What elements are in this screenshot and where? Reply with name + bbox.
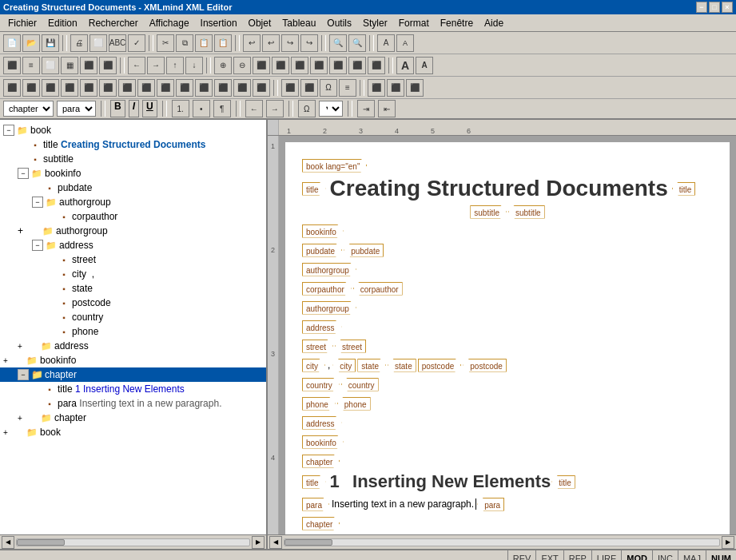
t3-btn6[interactable]: ⬛ — [99, 79, 117, 97]
t3-btn19[interactable]: ⬛ — [368, 79, 385, 97]
minimize-button[interactable]: − — [696, 2, 707, 13]
t2-btn6[interactable]: ⬛ — [99, 57, 117, 74]
t3-btn1[interactable]: ⬛ — [3, 79, 21, 97]
expand-chapter[interactable]: − — [18, 369, 29, 380]
find-btn[interactable]: 🔍 — [329, 34, 347, 52]
t3-btn10[interactable]: ⬛ — [176, 79, 193, 97]
t3-btn11[interactable]: ⬛ — [195, 79, 213, 97]
t2-btn8[interactable]: → — [147, 57, 165, 74]
t2-btn16[interactable]: ⬛ — [310, 57, 328, 74]
close-button[interactable]: × — [722, 2, 733, 13]
tree-node-chapter[interactable]: − 📁 chapter — [0, 367, 266, 382]
paste-btn[interactable]: 📋 — [195, 34, 213, 52]
expand-address1[interactable]: − — [32, 240, 43, 251]
tree-node-para[interactable]: ▪ para Inserting text in a new paragraph… — [0, 396, 266, 411]
tree-node-chapter2[interactable]: + 📁 chapter — [0, 411, 266, 425]
expand-bookinfo[interactable]: − — [18, 168, 29, 179]
tree-node-postcode[interactable]: ▪ postcode — [0, 296, 266, 310]
menu-objet[interactable]: Objet — [244, 16, 276, 30]
t3-btn13[interactable]: ⬛ — [233, 79, 251, 97]
para-btn[interactable]: ¶ — [213, 100, 231, 117]
t2-btn4[interactable]: ▦ — [61, 57, 78, 74]
indent2-btn[interactable]: ⇤ — [378, 100, 396, 117]
fwd-btn[interactable]: → — [266, 100, 284, 117]
scroll-track-right[interactable] — [284, 538, 720, 546]
paste2-btn[interactable]: 📋 — [214, 34, 232, 52]
t3-btn2[interactable]: ⬛ — [22, 79, 40, 97]
t3-btn20[interactable]: ⬛ — [387, 79, 404, 97]
undo-btn[interactable]: ↩ — [243, 34, 261, 52]
t2-btn10[interactable]: ↓ — [185, 57, 203, 74]
menu-aide[interactable]: Aide — [479, 16, 508, 30]
scroll-track-left[interactable] — [16, 538, 250, 546]
scroll-thumb-left[interactable] — [17, 539, 65, 546]
t3-btn21[interactable]: ⬛ — [406, 79, 424, 97]
tree-node-state[interactable]: ▪ state — [0, 281, 266, 296]
t2-btn1[interactable]: ⬛ — [3, 57, 21, 74]
scroll-right2-btn[interactable]: ◀ — [269, 536, 282, 549]
scroll-left-btn[interactable]: ◀ — [2, 536, 14, 549]
expand-book[interactable]: − — [3, 125, 14, 136]
tree-node-address2[interactable]: + 📁 address — [0, 339, 266, 353]
t2-btn17[interactable]: ⬛ — [329, 57, 347, 74]
copy-btn[interactable]: ⧉ — [176, 34, 193, 52]
redo-btn[interactable]: ↪ — [281, 34, 299, 52]
spell-btn[interactable]: ABC — [109, 34, 126, 52]
list-ol-btn[interactable]: 1. — [172, 100, 189, 117]
indent-btn[interactable]: ⇥ — [357, 100, 375, 117]
menu-tableau[interactable]: Tableau — [277, 16, 320, 30]
maximize-button[interactable]: □ — [709, 2, 720, 13]
t2-btn7[interactable]: ← — [128, 57, 145, 74]
menu-styler[interactable]: Styler — [358, 16, 392, 30]
menu-fichier[interactable]: Fichier — [3, 16, 42, 30]
expand-authorgroup1[interactable]: − — [32, 197, 43, 208]
cut-btn[interactable]: ✂ — [157, 34, 174, 52]
t2-btn19[interactable]: ⬛ — [368, 57, 385, 74]
style-combo[interactable]: chapter — [3, 101, 54, 117]
check-btn[interactable]: ✓ — [128, 34, 145, 52]
tree-node-city[interactable]: ▪ city , — [0, 267, 266, 281]
t2-btn12[interactable]: ⊖ — [233, 57, 251, 74]
menu-rechercher[interactable]: Rechercher — [84, 16, 143, 30]
t3-btn5[interactable]: ⬛ — [80, 79, 97, 97]
redo2-btn[interactable]: ↪ — [300, 34, 318, 52]
t2-btn15[interactable]: ⬛ — [291, 57, 308, 74]
tree-node-pubdate[interactable]: ▪ pubdate — [0, 181, 266, 195]
tree-node-authorgroup2[interactable]: + + 📁 authorgroup — [0, 224, 266, 238]
zoom-in-btn[interactable]: A — [377, 34, 395, 52]
find2-btn[interactable]: 🔍 — [348, 34, 366, 52]
zoom-out-btn[interactable]: A — [396, 34, 414, 52]
t3-btn14[interactable]: ⬛ — [253, 79, 270, 97]
special-combo[interactable]: ▼ — [319, 101, 343, 117]
menu-affichage[interactable]: Affichage — [145, 16, 194, 30]
t3-btn15[interactable]: ⬛ — [281, 79, 299, 97]
tree-node-phone[interactable]: ▪ phone — [0, 324, 266, 339]
open-btn[interactable]: 📂 — [22, 34, 40, 52]
t2-btn11[interactable]: ⊕ — [214, 57, 232, 74]
back-btn[interactable]: ← — [245, 100, 263, 117]
print2-btn[interactable]: ⬜ — [90, 34, 107, 52]
t2-btn5[interactable]: ⬛ — [80, 57, 97, 74]
menu-format[interactable]: Format — [394, 16, 434, 30]
t3-btn7[interactable]: ⬛ — [118, 79, 136, 97]
t3-btn16[interactable]: ⬛ — [300, 79, 318, 97]
t2-btn14[interactable]: ⬛ — [272, 57, 289, 74]
tree-node-street[interactable]: ▪ street — [0, 252, 266, 267]
t3-btn3[interactable]: ⬛ — [42, 79, 59, 97]
tree-node-book2[interactable]: + 📁 book — [0, 425, 266, 439]
scroll-right-btn[interactable]: ▶ — [252, 536, 265, 549]
undo2-btn[interactable]: ↩ — [262, 34, 280, 52]
tree-node-corpauthor[interactable]: ▪ corpauthor — [0, 209, 266, 224]
scroll-thumb-right[interactable] — [284, 539, 332, 546]
bold-button[interactable]: B — [110, 100, 125, 117]
tree-node-title1[interactable]: ▪ title Creating Structured Documents — [0, 137, 266, 152]
tree-node-bookinfo2[interactable]: + 📁 bookinfo — [0, 353, 266, 367]
scroll-area[interactable]: book lang="en" title Creating Structured… — [279, 136, 736, 534]
t2-btn13[interactable]: ⬛ — [253, 57, 270, 74]
t3-btn18[interactable]: ≡ — [339, 79, 356, 97]
print-btn[interactable]: 🖨 — [70, 34, 88, 52]
tree-node-book[interactable]: − 📁 book — [0, 123, 266, 137]
t2-btn2[interactable]: ≡ — [22, 57, 40, 74]
t3-btn8[interactable]: ⬛ — [137, 79, 155, 97]
tree-node-title2[interactable]: ▪ title 1 Inserting New Elements — [0, 382, 266, 396]
